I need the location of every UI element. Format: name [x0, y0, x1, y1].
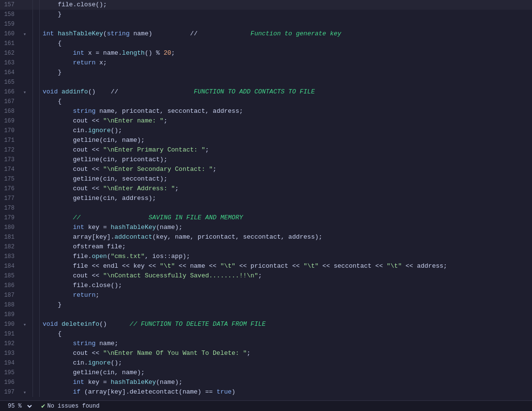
token-str: "cms.txt": [110, 253, 144, 260]
token-plain: getline(cin, seccontact);: [43, 175, 167, 183]
indent-guide: [36, 136, 43, 145]
token-comment: Function to generate key: [250, 30, 341, 37]
token-plain: file.close();: [43, 1, 107, 8]
fold-indicator[interactable]: ▾: [20, 389, 29, 396]
fold-indicator[interactable]: ▾: [20, 31, 29, 37]
indent-guide: [29, 290, 36, 300]
indent-guide: [36, 223, 43, 232]
token-plain: (array[key].deletecontact(name) ==: [80, 388, 217, 396]
indent-guide: [29, 310, 36, 320]
indent-guide: [36, 281, 43, 290]
code-line: 158 }: [0, 10, 532, 19]
indent-guide: [36, 329, 43, 339]
token-str: "\nEnter Name Of You Want To Delete: ": [103, 350, 247, 357]
token-plain: name) //: [129, 30, 250, 37]
code-line: 197▾ if (array[key].deletecontact(name) …: [0, 387, 532, 397]
token-plain: x = name.: [84, 49, 122, 57]
code-line: 176 cout << "\nEnter Address: ";: [0, 184, 532, 194]
fold-indicator[interactable]: ▾: [20, 321, 29, 328]
indent-guide: [36, 349, 43, 358]
check-icon: ✔: [41, 402, 45, 410]
code-line: 160▾int hashTableKey(string name) // Fun…: [0, 29, 532, 39]
issues-label: No issues found: [47, 403, 99, 410]
token-plain: ;: [95, 291, 99, 299]
indent-guide: [29, 29, 36, 39]
indent-guide: [29, 19, 36, 29]
token-plain: () //: [88, 88, 194, 95]
line-number: 166: [0, 89, 20, 95]
indent-guide: [36, 290, 43, 300]
line-number: 176: [0, 185, 20, 192]
line-number: 189: [0, 311, 20, 318]
code-content: }: [43, 10, 528, 19]
code-content: file << endl << key << "\t" << name << "…: [43, 261, 528, 271]
indent-guide: [29, 378, 36, 387]
indent-guide: [29, 271, 36, 281]
token-comment: // SAVING IN FILE AND MEMORY: [73, 214, 243, 221]
code-line: 186 file.close();: [0, 281, 532, 290]
indent-guide: [36, 261, 43, 271]
fold-indicator[interactable]: ▾: [20, 89, 29, 95]
code-content: return x;: [43, 58, 528, 68]
code-content: int key = hashTableKey(name);: [43, 378, 528, 387]
token-plain: ;: [205, 146, 209, 153]
line-number: 169: [0, 118, 20, 124]
code-line: 159: [0, 19, 532, 29]
token-fn: hashTableKey: [110, 379, 156, 386]
indent-guide: [36, 29, 43, 39]
line-number: 191: [0, 331, 20, 337]
indent-guide: [36, 378, 43, 387]
token-plain: cin.: [43, 127, 88, 134]
indent-guide: [29, 174, 36, 184]
indent-guide: [36, 203, 43, 213]
code-line: 196 int key = hashTableKey(name);: [0, 378, 532, 387]
code-content: cout << "\nEnter name: ";: [43, 116, 528, 126]
indent-guide: [36, 358, 43, 368]
token-fn: addcontact: [114, 233, 152, 241]
code-line: 165: [0, 77, 532, 87]
token-plain: ;: [171, 49, 175, 57]
code-line: 170 cin.ignore();: [0, 126, 532, 136]
code-line: 179 // SAVING IN FILE AND MEMORY: [0, 213, 532, 223]
line-number: 163: [0, 60, 20, 66]
token-plain: ();: [110, 359, 122, 366]
line-number: 184: [0, 263, 20, 270]
line-number: 174: [0, 166, 20, 173]
line-number: 167: [0, 98, 20, 105]
code-content: file.close();: [43, 0, 528, 10]
token-plain: (): [99, 320, 129, 328]
token-str: "\t": [220, 262, 235, 270]
code-content: file.close();: [43, 281, 528, 290]
line-number: 185: [0, 273, 20, 279]
token-plain: getline(cin, pricontact);: [43, 156, 167, 163]
token-plain: name, pricontact, seccontact, address;: [95, 107, 243, 115]
indent-guide: [36, 126, 43, 136]
code-content: getline(cin, seccontact);: [43, 174, 528, 184]
token-plain: , ios::app);: [145, 253, 190, 260]
token-plain: [43, 340, 73, 347]
indent-guide: [29, 242, 36, 252]
token-kw: int: [73, 49, 84, 57]
indent-guide: [29, 329, 36, 339]
indent-guide: [36, 39, 43, 48]
indent-guide: [29, 116, 36, 126]
code-line: 162 int x = name.length() % 20;: [0, 48, 532, 58]
indent-guide: [36, 87, 43, 97]
indent-guide: [36, 145, 43, 155]
code-line: 195 getline(cin, name);: [0, 368, 532, 378]
code-content: array[key].addcontact(key, name, pricont…: [43, 232, 528, 242]
zoom-select[interactable]: 95 % 100 % 110 %: [6, 402, 33, 410]
token-kw: return: [73, 291, 95, 299]
token-plain: ofstream file;: [43, 243, 126, 250]
code-content: getline(cin, name);: [43, 368, 528, 378]
code-line: 184 file << endl << key << "\t" << name …: [0, 261, 532, 271]
indent-guide: [36, 19, 43, 29]
token-plain: ): [232, 388, 235, 396]
code-content: cout << "\nEnter Primary Contact: ";: [43, 145, 528, 155]
indent-guide: [29, 194, 36, 203]
token-plain: [43, 59, 73, 66]
code-line: 185 cout << "\nContact Sucessfully Saved…: [0, 271, 532, 281]
token-comment: // FUNCTION TO DELETE DATA FROM FILE: [129, 320, 266, 328]
code-container[interactable]: 157 file.close();158 }159 160▾int hashTa…: [0, 0, 532, 400]
indent-guide: [36, 252, 43, 261]
